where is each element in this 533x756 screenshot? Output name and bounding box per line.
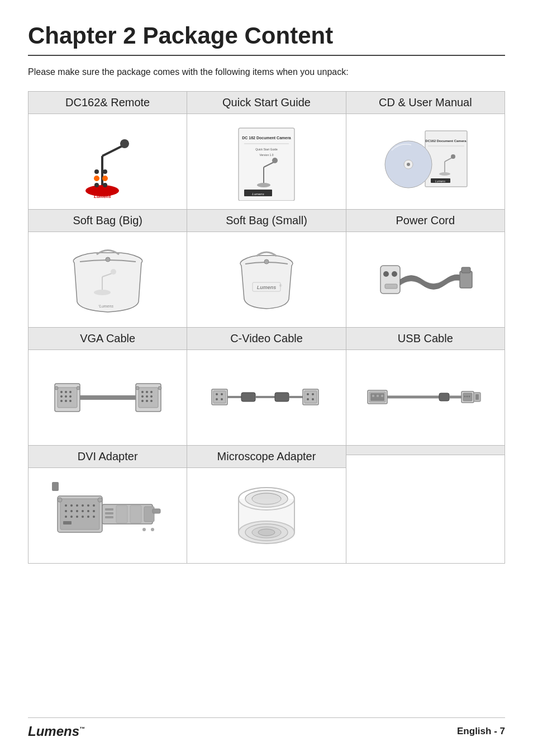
svg-point-81 xyxy=(221,393,223,395)
svg-text:Version 1.0: Version 1.0 xyxy=(259,153,273,157)
item-label-cvideo: C-Video Cable xyxy=(187,328,345,350)
svg-point-62 xyxy=(55,386,58,390)
svg-point-94 xyxy=(312,398,314,400)
svg-point-37 xyxy=(111,269,116,275)
svg-text:Lumens: Lumens xyxy=(99,304,113,308)
item-label-microscope: Microscope Adapter xyxy=(187,446,345,468)
svg-text:DC 162 Document Camera: DC 162 Document Camera xyxy=(242,136,291,140)
svg-point-127 xyxy=(76,516,78,518)
page-footer: Lumens™ English - 7 xyxy=(28,717,505,739)
item-label-dvi: DVI Adapter xyxy=(28,446,187,468)
svg-text:Lumens: Lumens xyxy=(252,192,264,196)
svg-rect-112 xyxy=(60,499,99,530)
svg-point-58 xyxy=(69,395,72,398)
svg-rect-110 xyxy=(475,394,479,400)
item-img-usb xyxy=(346,350,505,445)
intro-text: Please make sure the package comes with … xyxy=(28,67,505,77)
svg-point-59 xyxy=(60,400,63,402)
svg-point-133 xyxy=(98,498,102,502)
title-divider xyxy=(28,55,505,56)
svg-point-80 xyxy=(216,393,218,395)
svg-point-108 xyxy=(469,396,470,398)
svg-point-56 xyxy=(60,395,63,398)
svg-point-124 xyxy=(93,510,95,512)
svg-rect-49 xyxy=(460,271,472,288)
lumens-brand: Lumens™ xyxy=(28,724,85,739)
svg-point-92 xyxy=(312,393,314,395)
svg-point-93 xyxy=(307,398,309,400)
item-img-cd: DC162 Document Camera Lumens xyxy=(346,114,505,209)
svg-point-129 xyxy=(87,516,89,518)
svg-point-38 xyxy=(94,290,111,295)
svg-point-63 xyxy=(77,386,80,390)
svg-rect-139 xyxy=(130,505,141,523)
package-grid: DC162& Remote Lumens Quick S xyxy=(28,91,505,564)
svg-point-19 xyxy=(257,183,270,187)
svg-point-77 xyxy=(158,386,161,390)
svg-point-55 xyxy=(69,391,72,393)
svg-point-34 xyxy=(106,257,110,262)
svg-rect-100 xyxy=(381,395,383,397)
item-power-cord: Power Cord xyxy=(346,210,505,328)
svg-point-68 xyxy=(146,391,148,393)
svg-text:®: ® xyxy=(98,304,100,307)
svg-point-69 xyxy=(150,391,153,393)
svg-point-6 xyxy=(94,183,99,187)
svg-text:DC162 Document Camera: DC162 Document Camera xyxy=(426,139,467,143)
item-usb-cable: USB Cable xyxy=(346,328,505,446)
svg-rect-135 xyxy=(105,508,113,511)
svg-rect-50 xyxy=(461,267,470,273)
item-img-cvideo xyxy=(187,350,345,445)
svg-rect-48 xyxy=(385,284,397,289)
svg-rect-52 xyxy=(58,388,77,408)
page-number: English - 7 xyxy=(457,726,505,737)
svg-point-4 xyxy=(94,176,99,181)
item-microscope-adapter: Microscope Adapter xyxy=(187,446,346,564)
svg-point-83 xyxy=(221,398,223,400)
svg-text:®: ® xyxy=(279,284,282,287)
item-label-bag-big: Soft Bag (Big) xyxy=(28,210,187,232)
item-label-vga: VGA Cable xyxy=(28,328,187,350)
svg-point-33 xyxy=(407,163,410,166)
svg-text:Lumens: Lumens xyxy=(257,285,277,290)
item-img-power-cord xyxy=(346,232,505,327)
item-cd-manual: CD & User Manual DC162 Document Camera L… xyxy=(346,92,505,210)
item-empty xyxy=(346,446,505,564)
svg-text:Lumens: Lumens xyxy=(435,179,445,183)
svg-point-115 xyxy=(76,504,78,507)
item-img-quick-start: DC 162 Document Camera Quick Start Guide… xyxy=(187,114,345,209)
item-img-dvi xyxy=(28,468,187,563)
svg-point-120 xyxy=(70,510,73,512)
item-label-dc162: DC162& Remote xyxy=(28,92,187,114)
svg-point-2 xyxy=(120,139,129,148)
svg-point-18 xyxy=(272,158,278,163)
svg-point-119 xyxy=(65,510,67,512)
svg-rect-138 xyxy=(116,505,127,523)
item-label-power-cord: Power Cord xyxy=(346,210,505,232)
svg-point-47 xyxy=(392,271,397,277)
svg-point-74 xyxy=(146,400,148,402)
svg-rect-85 xyxy=(241,393,255,401)
item-cvideo-cable: C-Video Cable xyxy=(187,328,346,446)
item-dc162-remote: DC162& Remote Lumens xyxy=(28,92,187,210)
svg-rect-66 xyxy=(139,388,158,408)
item-img-dc162: Lumens xyxy=(28,114,187,209)
item-img-vga xyxy=(28,350,187,445)
svg-point-72 xyxy=(150,395,153,398)
svg-point-54 xyxy=(65,391,67,393)
svg-rect-98 xyxy=(372,395,374,397)
svg-rect-87 xyxy=(275,393,289,401)
svg-point-117 xyxy=(87,504,89,507)
svg-point-73 xyxy=(141,400,144,402)
svg-point-75 xyxy=(150,400,153,402)
page-title: Chapter 2 Package Content xyxy=(28,22,505,49)
svg-point-132 xyxy=(58,498,62,502)
svg-point-121 xyxy=(76,510,78,512)
svg-rect-79 xyxy=(213,391,226,403)
svg-point-61 xyxy=(69,400,72,402)
item-soft-bag-big: Soft Bag (Big) Lumens ® xyxy=(28,210,187,328)
svg-point-91 xyxy=(307,393,309,395)
svg-point-41 xyxy=(264,259,269,264)
svg-point-46 xyxy=(383,271,389,277)
svg-point-126 xyxy=(70,516,73,518)
